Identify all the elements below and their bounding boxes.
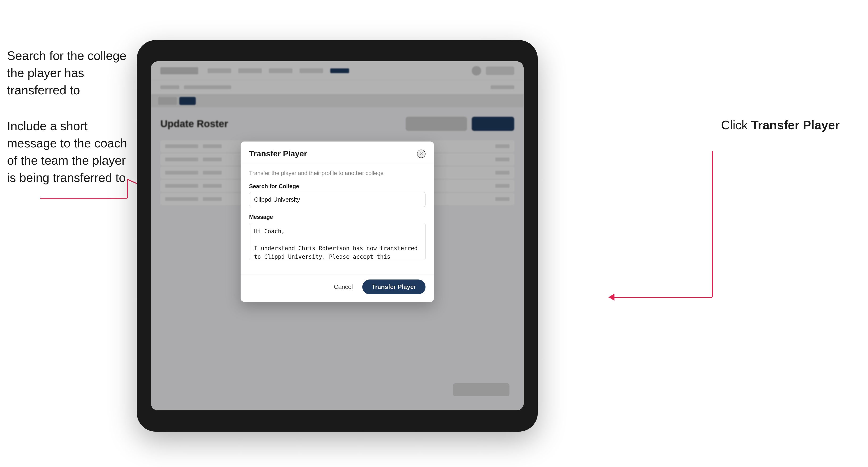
message-label: Message <box>249 214 426 220</box>
annotation-text-2: Include a short message to the coach of … <box>7 119 127 184</box>
modal-overlay: Transfer Player × Transfer the player an… <box>151 61 524 410</box>
tablet-device: Update Roster <box>137 40 538 432</box>
modal-body: Transfer the player and their profile to… <box>241 163 434 275</box>
modal-description: Transfer the player and their profile to… <box>249 170 426 177</box>
transfer-player-modal: Transfer Player × Transfer the player an… <box>241 142 434 302</box>
modal-footer: Cancel Transfer Player <box>241 275 434 302</box>
message-group: Message Hi Coach, I understand Chris Rob… <box>249 214 426 261</box>
annotation-text-1: Search for the college the player has tr… <box>7 49 126 97</box>
tablet-screen: Update Roster <box>151 61 524 410</box>
modal-header: Transfer Player × <box>241 142 434 163</box>
annotation-right: Click Transfer Player <box>721 118 840 132</box>
annotation-left: Search for the college the player has tr… <box>7 47 130 186</box>
search-college-group: Search for College <box>249 183 426 207</box>
annotation-text-right: Click <box>721 118 751 132</box>
svg-marker-5 <box>609 294 614 301</box>
search-college-label: Search for College <box>249 183 426 190</box>
cancel-button[interactable]: Cancel <box>329 281 358 293</box>
transfer-player-button[interactable]: Transfer Player <box>362 280 426 294</box>
search-college-input[interactable] <box>249 192 426 207</box>
modal-close-button[interactable]: × <box>417 150 426 158</box>
message-textarea[interactable]: Hi Coach, I understand Chris Robertson h… <box>249 223 426 260</box>
modal-title: Transfer Player <box>249 149 307 158</box>
annotation-text-right-bold: Transfer Player <box>751 118 840 132</box>
